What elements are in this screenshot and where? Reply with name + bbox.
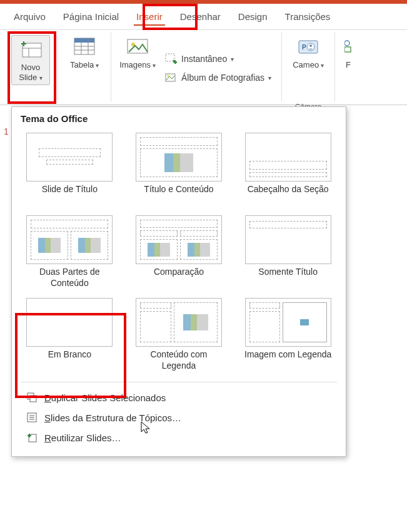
- layout-somente-titulo[interactable]: Somente Título: [239, 213, 337, 292]
- instantaneo-button[interactable]: Instantâneo ▾: [163, 51, 274, 66]
- cameo-icon: P: [296, 35, 321, 58]
- svg-rect-0: [23, 43, 41, 57]
- layout-thumb: [136, 215, 222, 264]
- layout-label: Conteúdo com Legenda: [133, 349, 226, 372]
- action-label: Reutilizar Slides…: [44, 432, 121, 443]
- tabela-label: Tabela: [70, 60, 99, 70]
- new-slide-icon: [18, 38, 43, 60]
- ribbon: Novo Slide ▾ Tabela: [0, 30, 407, 105]
- layout-thumb: [136, 133, 222, 182]
- ribbon-tabstrip: Arquivo Página Inicial Inserir Desenhar …: [0, 4, 407, 30]
- partial-button[interactable]: F: [343, 35, 354, 70]
- dropdown-heading: Tema do Office: [21, 113, 337, 124]
- new-slide-dropdown: Tema do Office Slide de Título Título e …: [11, 106, 346, 457]
- tab-pagina-inicial[interactable]: Página Inicial: [54, 6, 128, 27]
- layout-thumb: [136, 298, 222, 347]
- layout-duas-partes[interactable]: Duas Partes de Conteúdo: [21, 213, 119, 292]
- layout-label: Em Branco: [48, 349, 91, 372]
- new-slide-button[interactable]: Novo Slide ▾: [11, 35, 50, 85]
- layout-thumb: [26, 298, 113, 347]
- chevron-down-icon: ▾: [268, 74, 271, 81]
- tab-design[interactable]: Design: [229, 6, 276, 27]
- layout-label: Duas Partes de Conteúdo: [23, 267, 116, 289]
- tabela-button[interactable]: Tabela: [66, 35, 103, 70]
- outline-icon: [26, 411, 38, 424]
- action-reutilizar-slides[interactable]: Reutilizar Slides…: [21, 427, 337, 448]
- partial-label: F: [346, 60, 351, 70]
- cameo-label: Cameo: [293, 60, 324, 70]
- photo-album-icon: [165, 71, 178, 84]
- svg-point-18: [168, 75, 169, 77]
- ribbon-imagens-col: Instantâneo ▾ Álbum de Fotografias ▾: [163, 35, 274, 101]
- screenshot-icon: [165, 53, 178, 65]
- reuse-slides-icon: [26, 431, 38, 444]
- layout-label: Slide de Título: [42, 184, 98, 207]
- layout-conteudo-com-legenda[interactable]: Conteúdo com Legenda: [130, 295, 228, 374]
- album-button[interactable]: Álbum de Fotografias ▾: [163, 70, 274, 85]
- svg-text:P: P: [302, 44, 306, 51]
- ribbon-group-slides: Novo Slide ▾: [0, 33, 58, 101]
- layout-imagem-com-legenda[interactable]: Imagem com Legenda: [239, 295, 337, 374]
- tab-inserir[interactable]: Inserir: [128, 6, 171, 27]
- layout-label: Cabeçalho da Seção: [248, 184, 329, 207]
- layout-label: Imagem com Legenda: [244, 349, 331, 372]
- layout-thumb: [245, 133, 331, 182]
- album-label: Álbum de Fotografias: [181, 73, 264, 83]
- svg-point-23: [344, 41, 349, 46]
- layout-cabecalho-da-secao[interactable]: Cabeçalho da Seção: [239, 130, 337, 209]
- ribbon-group-imagens: Imagens Instantâneo ▾ Álbum de Fotografi…: [111, 33, 282, 101]
- layout-comparacao[interactable]: Comparação: [130, 213, 228, 292]
- layout-grid: Slide de Título Título e Conteúdo Cabeça…: [21, 130, 337, 374]
- layout-titulo-e-conteudo[interactable]: Título e Conteúdo: [130, 130, 228, 209]
- imagens-button[interactable]: Imagens: [119, 35, 156, 70]
- tab-desenhar[interactable]: Desenhar: [171, 6, 229, 27]
- layout-slide-de-titulo[interactable]: Slide de Título: [21, 130, 119, 209]
- image-icon: [125, 35, 150, 58]
- tab-arquivo[interactable]: Arquivo: [5, 6, 54, 27]
- layout-thumb: [245, 298, 331, 347]
- action-slides-estrutura[interactable]: Slides da Estrutura de Tópicos…: [21, 407, 337, 427]
- cameo-button[interactable]: P Cameo: [289, 35, 327, 70]
- layout-label: Título e Conteúdo: [144, 184, 213, 207]
- layout-thumb: [245, 215, 331, 264]
- ribbon-group-tabela: Tabela: [58, 33, 111, 101]
- svg-rect-26: [30, 396, 36, 402]
- slide-thumbnail-number: 1: [4, 126, 9, 136]
- svg-rect-6: [74, 38, 94, 43]
- dropdown-divider: [21, 382, 337, 382]
- duplicate-icon: [26, 391, 38, 404]
- imagens-label: Imagens: [119, 60, 156, 70]
- svg-point-21: [309, 44, 312, 47]
- svg-rect-24: [344, 47, 351, 52]
- ribbon-group-partial: F: [335, 33, 356, 101]
- tab-transicoes[interactable]: Transições: [276, 6, 339, 27]
- action-label: Slides da Estrutura de Tópicos…: [44, 412, 181, 423]
- table-icon: [72, 35, 97, 58]
- layout-label: Somente Título: [258, 267, 318, 289]
- shapes-icon-partial: [344, 35, 352, 58]
- action-duplicar-slides[interactable]: Duplicar Slides Selecionados: [21, 387, 337, 407]
- new-slide-label: Novo Slide ▾: [19, 63, 43, 82]
- layout-em-branco[interactable]: Em Branco: [21, 295, 119, 374]
- ribbon-group-cameo: P Cameo Câmera: [282, 33, 335, 101]
- layout-thumb: [26, 215, 113, 264]
- cursor-icon: [140, 421, 151, 436]
- layout-label: Comparação: [154, 267, 204, 289]
- layout-thumb: [26, 133, 113, 182]
- instantaneo-label: Instantâneo: [181, 54, 227, 64]
- chevron-down-icon: ▾: [231, 56, 234, 63]
- action-label: Duplicar Slides Selecionados: [44, 392, 166, 403]
